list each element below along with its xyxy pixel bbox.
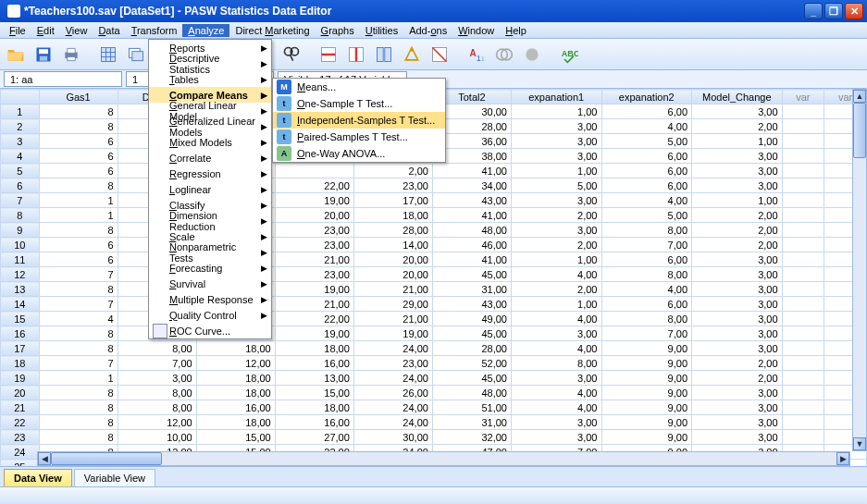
data-cell[interactable]: 14,00 (353, 238, 432, 252)
table-row[interactable]: 1788,0018,0018,0024,0028,004,009,003,00 (1, 341, 867, 356)
row-number[interactable]: 8 (1, 208, 40, 223)
data-cell[interactable]: 18,00 (196, 371, 275, 386)
data-cell[interactable]: 1,00 (511, 252, 601, 267)
data-cell[interactable]: 3,00 (118, 371, 196, 386)
table-row[interactable]: 1913,0018,0013,0024,0045,003,009,002,00 (1, 371, 867, 386)
data-cell[interactable]: 8 (39, 119, 118, 134)
table-row[interactable]: 562,0041,001,006,003,00 (1, 164, 867, 178)
menu-transform[interactable]: Transform (126, 24, 183, 37)
data-cell[interactable]: 24,00 (353, 371, 432, 386)
data-cell[interactable]: 4,00 (511, 267, 601, 282)
column-header[interactable]: expanation1 (511, 90, 601, 104)
data-cell[interactable]: 6,00 (601, 104, 692, 119)
vertical-scrollbar[interactable]: ▲ ▼ (852, 89, 867, 451)
menu-data[interactable]: Data (93, 24, 125, 37)
data-cell[interactable]: 3,00 (511, 119, 601, 134)
data-cell[interactable]: 9,00 (601, 371, 692, 386)
data-cell[interactable]: 23,00 (275, 238, 353, 252)
analyze-item[interactable]: Quality Control▶ (149, 307, 271, 323)
data-cell[interactable]: 6,00 (601, 149, 692, 164)
data-cell[interactable]: 8 (39, 326, 118, 341)
data-cell[interactable]: 20,00 (353, 267, 432, 282)
row-number[interactable]: 20 (1, 386, 40, 400)
data-cell[interactable] (782, 400, 824, 415)
data-cell[interactable]: 3,00 (511, 149, 601, 164)
data-cell[interactable]: 3,00 (692, 415, 783, 430)
data-cell[interactable] (782, 252, 824, 267)
row-number[interactable]: 16 (1, 326, 40, 341)
data-cell[interactable]: 45,00 (432, 326, 511, 341)
close-button[interactable]: ✕ (845, 3, 863, 19)
data-cell[interactable]: 2,00 (692, 371, 783, 386)
data-cell[interactable]: 2,00 (511, 282, 601, 297)
data-cell[interactable]: 6 (39, 149, 118, 164)
menu-file[interactable]: File (4, 24, 31, 37)
data-cell[interactable]: 9,00 (601, 356, 692, 371)
maximize-button[interactable]: ❐ (824, 3, 843, 19)
data-cell[interactable]: 3,00 (692, 326, 783, 341)
table-row[interactable]: 8114,0020,0018,0041,002,005,002,00 (1, 208, 867, 223)
data-cell[interactable]: 24,00 (353, 415, 432, 430)
data-cell[interactable]: 7 (39, 267, 118, 282)
table-row[interactable]: 1877,0012,0016,0023,0052,008,009,002,00 (1, 356, 867, 371)
data-cell[interactable]: 8 (39, 282, 118, 297)
data-cell[interactable]: 51,00 (432, 400, 511, 415)
data-cell[interactable]: 8,00 (601, 223, 692, 238)
row-number[interactable]: 13 (1, 282, 40, 297)
row-number[interactable]: 23 (1, 430, 40, 445)
data-cell[interactable]: 8,00 (118, 386, 196, 400)
data-cell[interactable] (782, 119, 824, 134)
data-cell[interactable]: 23,00 (275, 223, 353, 238)
data-cell[interactable]: 2,00 (511, 238, 601, 252)
data-cell[interactable]: 1,00 (511, 297, 601, 312)
row-number[interactable]: 12 (1, 267, 40, 282)
row-number[interactable]: 25 (1, 460, 40, 467)
data-cell[interactable]: 6 (39, 164, 118, 178)
data-cell[interactable]: 9,00 (601, 415, 692, 430)
analyze-item[interactable]: Regression▶ (149, 166, 271, 181)
analyze-item[interactable]: Nonparametric Tests▶ (149, 244, 271, 260)
data-cell[interactable]: 18,00 (353, 208, 432, 223)
data-cell[interactable]: 8,00 (601, 267, 692, 282)
weight-icon[interactable] (400, 43, 424, 67)
data-cell[interactable]: 15,00 (196, 430, 275, 445)
column-header[interactable]: var (782, 90, 824, 104)
data-icon[interactable] (96, 43, 120, 67)
table-row[interactable]: 2188,0016,0018,0024,0051,004,009,003,00 (1, 400, 867, 415)
data-cell[interactable] (782, 415, 824, 430)
data-cell[interactable]: 20,00 (353, 252, 432, 267)
data-cell[interactable]: 28,00 (353, 223, 432, 238)
column-header[interactable]: Model_Change (692, 90, 783, 104)
data-cell[interactable]: 43,00 (432, 193, 511, 208)
data-cell[interactable]: 3,00 (692, 312, 783, 326)
analyze-item[interactable]: Descriptive Statistics▶ (149, 55, 271, 71)
row-number[interactable]: 2 (1, 119, 40, 134)
data-cell[interactable]: 6,00 (601, 252, 692, 267)
row-number[interactable]: 10 (1, 238, 40, 252)
row-number[interactable]: 11 (1, 252, 40, 267)
analyze-item[interactable]: Forecasting▶ (149, 260, 271, 276)
split-file-icon[interactable] (372, 43, 396, 67)
row-number[interactable]: 19 (1, 371, 40, 386)
data-cell[interactable] (782, 356, 824, 371)
analyze-item[interactable]: Mixed Models▶ (149, 134, 271, 150)
data-cell[interactable]: 5,00 (601, 134, 692, 149)
data-cell[interactable]: 12,00 (118, 415, 196, 430)
data-cell[interactable]: 31,00 (432, 282, 511, 297)
table-row[interactable]: 12712,0023,0020,0045,004,008,003,00 (1, 267, 867, 282)
data-cell[interactable]: 1,00 (511, 164, 601, 178)
data-cell[interactable]: 3,00 (511, 371, 601, 386)
cell-reference[interactable]: 1: aa (4, 71, 122, 87)
row-number[interactable]: 18 (1, 356, 40, 371)
analyze-item[interactable]: Loglinear▶ (149, 181, 271, 197)
data-cell[interactable]: 5,00 (601, 208, 692, 223)
column-header[interactable]: Gas1 (39, 90, 118, 104)
table-row[interactable]: 11610,0021,0020,0041,001,006,003,00 (1, 252, 867, 267)
data-cell[interactable]: 48,00 (432, 386, 511, 400)
data-cell[interactable]: 3,00 (511, 415, 601, 430)
column-header[interactable] (1, 90, 40, 104)
data-cell[interactable]: 3,00 (692, 267, 783, 282)
menu-direct-marketing[interactable]: Direct Marketing (229, 24, 315, 37)
data-cell[interactable] (275, 164, 353, 178)
data-cell[interactable]: 3,00 (692, 400, 783, 415)
